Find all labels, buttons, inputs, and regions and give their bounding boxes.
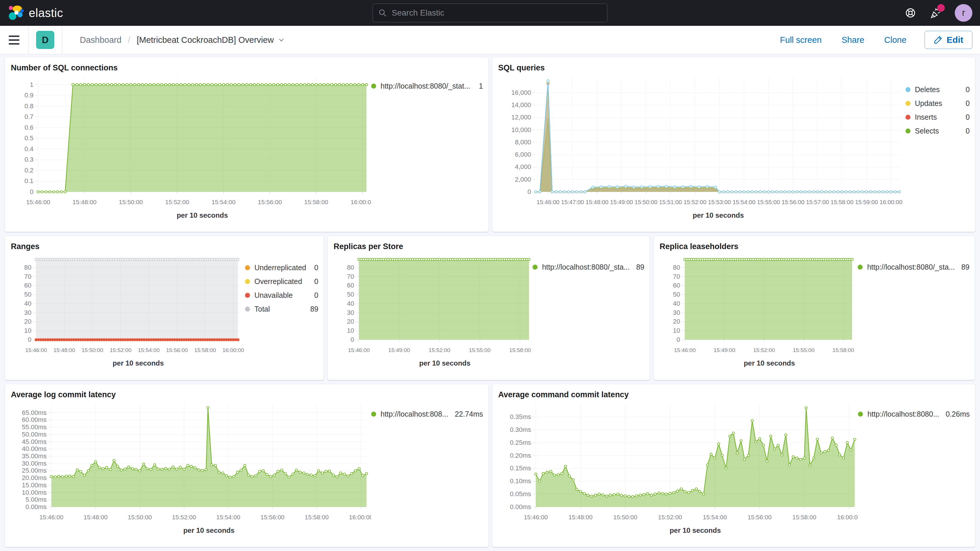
svg-text:15:55:00: 15:55:00 bbox=[469, 347, 491, 353]
newsfeed-button[interactable] bbox=[929, 7, 941, 19]
legend-series-label: Underreplicated bbox=[255, 263, 306, 272]
svg-text:4,000: 4,000 bbox=[515, 163, 531, 170]
legend-series-value: 0 bbox=[308, 291, 318, 299]
share-button[interactable]: Share bbox=[840, 35, 866, 45]
svg-text:0.30ms: 0.30ms bbox=[510, 426, 531, 433]
svg-text:40: 40 bbox=[24, 300, 32, 307]
svg-text:15:56:00: 15:56:00 bbox=[261, 514, 285, 521]
svg-text:8,000: 8,000 bbox=[515, 139, 531, 146]
legend-series-label: Deletes bbox=[915, 85, 940, 94]
svg-text:0: 0 bbox=[677, 336, 680, 343]
legend-series-value: 0.26ms bbox=[939, 410, 970, 418]
legend-series-label: Overreplicated bbox=[255, 277, 302, 286]
svg-text:15:55:00: 15:55:00 bbox=[757, 199, 780, 205]
legend-series-dot bbox=[245, 293, 250, 298]
svg-text:10: 10 bbox=[673, 327, 680, 334]
menu-icon[interactable] bbox=[8, 34, 21, 46]
divider bbox=[62, 26, 62, 54]
svg-text:1: 1 bbox=[30, 81, 33, 88]
legend-item[interactable]: Total89 bbox=[245, 305, 318, 313]
edit-button-label: Edit bbox=[947, 35, 963, 45]
legend-item[interactable]: http://localhost:8080/_stat...1 bbox=[371, 82, 483, 90]
chart-canvas[interactable]: 15:46:0015:49:0015:52:0015:55:0015:58:00… bbox=[659, 252, 858, 369]
legend-series-dot bbox=[905, 129, 910, 134]
legend-series-label: Updates bbox=[915, 99, 942, 108]
help-button[interactable] bbox=[905, 7, 916, 19]
legend-item[interactable]: Deletes0 bbox=[905, 85, 970, 94]
legend-item[interactable]: http://localhost:808...22.74ms bbox=[371, 410, 483, 418]
svg-text:15:52:00: 15:52:00 bbox=[684, 199, 706, 205]
svg-text:15:48:00: 15:48:00 bbox=[53, 347, 75, 353]
user-avatar[interactable]: r bbox=[955, 4, 972, 22]
breadcrumb-current[interactable]: [Metricbeat CockroachDB] Overview bbox=[135, 35, 287, 45]
full-screen-button[interactable]: Full screen bbox=[778, 35, 823, 45]
svg-text:15:58:00: 15:58:00 bbox=[792, 514, 816, 521]
svg-text:30: 30 bbox=[24, 309, 32, 316]
divider bbox=[28, 26, 29, 54]
svg-text:80: 80 bbox=[347, 264, 354, 271]
svg-text:16:00:00: 16:00:00 bbox=[880, 199, 902, 205]
svg-text:16:00:00: 16:00:00 bbox=[223, 347, 244, 353]
svg-text:15:56:00: 15:56:00 bbox=[748, 514, 772, 521]
legend-series-label: Unavailable bbox=[255, 291, 293, 299]
page-title: [Metricbeat CockroachDB] Overview bbox=[137, 35, 274, 45]
svg-text:60.00ms: 60.00ms bbox=[22, 416, 47, 424]
legend-item[interactable]: Overreplicated0 bbox=[245, 277, 318, 286]
svg-text:20: 20 bbox=[24, 318, 32, 325]
svg-text:0: 0 bbox=[351, 336, 354, 343]
svg-text:15:48:00: 15:48:00 bbox=[84, 514, 108, 521]
legend-item[interactable]: Underreplicated0 bbox=[245, 263, 318, 272]
legend-series-value: 1 bbox=[473, 82, 483, 90]
chart-canvas[interactable]: 15:46:0015:48:0015:50:0015:52:0015:54:00… bbox=[10, 400, 371, 536]
legend-item[interactable]: Inserts0 bbox=[905, 113, 970, 121]
svg-text:15:58:00: 15:58:00 bbox=[304, 199, 328, 205]
svg-text:15:54:00: 15:54:00 bbox=[216, 514, 240, 521]
panel-title: Average command commit latency bbox=[498, 390, 970, 399]
edit-button[interactable]: Edit bbox=[924, 31, 972, 49]
svg-text:15:49:00: 15:49:00 bbox=[610, 199, 633, 205]
dashboard-grid: Number of SQL connections 15:46:0015:48:… bbox=[0, 54, 980, 547]
clone-button[interactable]: Clone bbox=[883, 35, 908, 45]
svg-text:14,000: 14,000 bbox=[511, 101, 531, 108]
svg-text:0.6: 0.6 bbox=[24, 124, 33, 131]
legend-item[interactable]: Unavailable0 bbox=[245, 291, 318, 299]
chart-canvas[interactable]: 15:46:0015:47:0015:48:0015:49:0015:50:00… bbox=[498, 73, 905, 221]
legend-item[interactable]: http://localhost:8080/_sta...89 bbox=[533, 263, 644, 271]
legend-item[interactable]: Updates0 bbox=[905, 99, 970, 108]
svg-text:15:52:00: 15:52:00 bbox=[753, 347, 775, 353]
svg-text:15:49:00: 15:49:00 bbox=[388, 347, 410, 353]
panel-title: Replica leaseholders bbox=[660, 242, 969, 251]
legend-item[interactable]: http://localhost:8080...0.26ms bbox=[858, 410, 970, 418]
dashboard-app-badge[interactable]: D bbox=[36, 31, 54, 49]
legend-item[interactable]: Selects0 bbox=[905, 127, 970, 135]
svg-text:6,000: 6,000 bbox=[515, 151, 531, 158]
chart-canvas[interactable]: 15:46:0015:48:0015:50:0015:52:0015:54:00… bbox=[10, 73, 371, 221]
chart-canvas[interactable]: 15:46:0015:49:0015:52:0015:55:0015:58:00… bbox=[333, 252, 533, 369]
chart-canvas[interactable]: 15:46:0015:48:0015:50:0015:52:0015:54:00… bbox=[10, 252, 245, 369]
legend-series-dot bbox=[371, 412, 376, 417]
svg-text:60: 60 bbox=[673, 282, 680, 289]
pencil-icon bbox=[934, 35, 942, 44]
panel-title: SQL queries bbox=[498, 64, 970, 72]
svg-text:40.00ms: 40.00ms bbox=[22, 445, 47, 452]
breadcrumb-dashboard[interactable]: Dashboard bbox=[78, 35, 123, 45]
search-input[interactable] bbox=[391, 8, 602, 18]
panel-title: Replicas per Store bbox=[334, 242, 644, 251]
legend-series-value: 0 bbox=[959, 113, 970, 121]
svg-text:15:54:00: 15:54:00 bbox=[733, 199, 756, 205]
svg-text:15:47:00: 15:47:00 bbox=[561, 199, 584, 205]
legend-item[interactable]: http://localhost:8080/_sta...89 bbox=[858, 263, 969, 271]
svg-text:0.5: 0.5 bbox=[24, 134, 33, 142]
svg-text:15:58:00: 15:58:00 bbox=[830, 199, 854, 205]
elastic-logo[interactable]: elastic bbox=[8, 5, 63, 21]
chart-canvas[interactable]: 15:46:0015:48:0015:50:0015:52:0015:54:00… bbox=[498, 400, 858, 536]
top-navbar: elastic bbox=[0, 0, 980, 26]
global-search[interactable] bbox=[372, 3, 608, 22]
svg-text:30.00ms: 30.00ms bbox=[22, 460, 47, 467]
svg-text:0.20ms: 0.20ms bbox=[510, 452, 531, 459]
svg-text:16,000: 16,000 bbox=[511, 89, 531, 96]
svg-text:15:48:00: 15:48:00 bbox=[569, 514, 593, 521]
svg-text:40: 40 bbox=[347, 300, 354, 307]
panel-title: Average log commit latency bbox=[11, 390, 483, 399]
svg-text:2,000: 2,000 bbox=[515, 176, 531, 183]
